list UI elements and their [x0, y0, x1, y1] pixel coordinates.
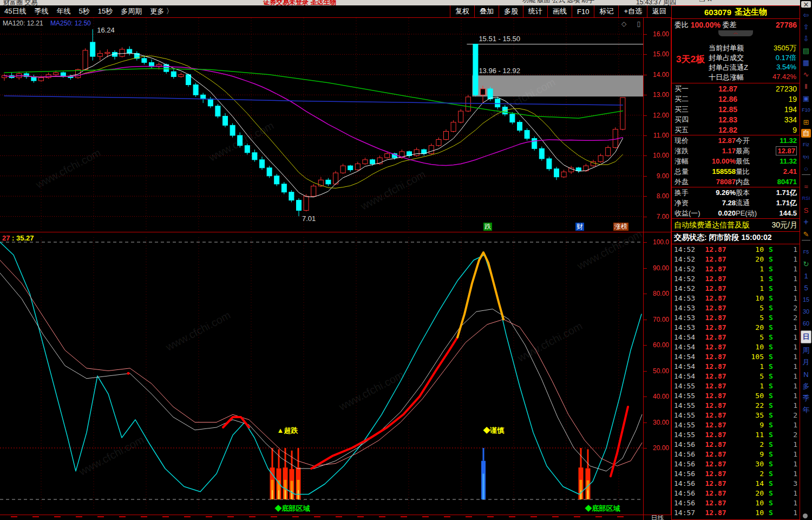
- tick-row: 14:5612.8710S1: [672, 498, 800, 508]
- f5-button[interactable]: F5: [800, 246, 812, 258]
- period-30min[interactable]: 30: [800, 306, 812, 317]
- price-axis: 16.0015.0014.0013.0012.0011.0010.009.008…: [643, 18, 671, 515]
- up-arrow-icon[interactable]: ⇧: [800, 21, 812, 32]
- tick-row: 14:5712.8710S1: [672, 508, 800, 517]
- market-status: 交易状态: 闭市阶段 15:00:02: [672, 232, 800, 244]
- market-status-text: 交易状态: 闭市阶段 15:00:02: [674, 233, 771, 243]
- money-icon[interactable]: S: [800, 204, 812, 216]
- menubar: 45日线季线年线5秒15秒多周期更多 〉 复权叠加多股统计画线F10标记+自选返…: [0, 5, 671, 18]
- period-multi[interactable]: 多: [800, 380, 812, 392]
- trend-line-icon[interactable]: ∿: [800, 68, 812, 80]
- period-item[interactable]: 多周期: [121, 6, 142, 16]
- subscription-ad[interactable]: 自动续费通达信普及版 30元/月: [672, 219, 800, 232]
- period-n[interactable]: N: [800, 368, 812, 380]
- period-item[interactable]: 15秒: [98, 6, 113, 16]
- tag-财[interactable]: 财: [575, 223, 584, 231]
- tick-row: 14:5612.879S1: [672, 449, 800, 459]
- limit-info-row: 当前封单额3505万: [709, 43, 796, 53]
- weicha-label: 委差: [723, 20, 737, 30]
- tick-row: 14:5212.8720S1: [672, 254, 800, 264]
- period-week[interactable]: 周: [800, 344, 812, 356]
- chart-toolbar-button[interactable]: 返回: [647, 5, 671, 17]
- period-item[interactable]: 年线: [56, 6, 70, 16]
- pages-icon[interactable]: ▣: [800, 92, 812, 104]
- tree-icon[interactable]: ⊞: [800, 116, 812, 128]
- main-axis-tick: 11.00: [653, 132, 669, 139]
- report-icon[interactable]: ▤: [800, 44, 812, 56]
- limit-info-row: 十日总涨幅47.42%: [709, 73, 796, 82]
- main-axis-tick: 9.00: [657, 172, 669, 180]
- main-axis-tick: 12.00: [653, 112, 669, 119]
- stat-row: 涨幅10.00%最低11.32: [672, 156, 800, 166]
- book-icon[interactable]: 自: [801, 129, 811, 138]
- period-item[interactable]: 更多 〉: [150, 6, 173, 16]
- chart-toolbar-button[interactable]: 叠加: [474, 5, 499, 17]
- period-year[interactable]: 年: [800, 404, 812, 416]
- tick-row: 14:5312.8720S1: [672, 322, 800, 332]
- pencil-icon[interactable]: ✎: [800, 228, 812, 240]
- chart-toolbar-button[interactable]: 标记: [594, 5, 618, 17]
- collapse-tab[interactable]: ︿: [718, 30, 753, 36]
- period-quarter[interactable]: 季: [800, 392, 812, 404]
- chart-toolbar-button[interactable]: 复权: [450, 5, 474, 17]
- circle-icon[interactable]: ○: [800, 162, 812, 174]
- tick-row: 14:5312.875S2: [672, 303, 800, 313]
- titlebar-app-menus[interactable]: 财富圈 交易: [3, 0, 37, 5]
- weibi-value: 100.00%: [691, 21, 721, 29]
- stock-name: 圣达生物: [735, 7, 767, 17]
- tick-row: 14:5212.871S1: [672, 274, 800, 283]
- period-item[interactable]: 季线: [34, 6, 48, 16]
- chart-toolbar-button[interactable]: 统计: [523, 5, 547, 17]
- tag-涨榜[interactable]: 涨榜: [613, 223, 628, 231]
- move-icon[interactable]: +: [800, 216, 812, 228]
- down-arrow-icon[interactable]: ⇩: [800, 32, 812, 44]
- formula-icon[interactable]: f(x): [800, 151, 812, 162]
- chart-toolbar-button[interactable]: +自选: [618, 5, 647, 17]
- sub-axis-tick: 60.00: [653, 341, 669, 349]
- tick-list[interactable]: 14:5212.8710S114:5212.8720S114:5212.871S…: [672, 244, 800, 517]
- main-axis-tick: 10.00: [653, 152, 669, 159]
- candlestick-chart[interactable]: 16.2415.51 - 15.5013.96 - 12.927.01: [0, 18, 643, 232]
- rsi-button[interactable]: RSI: [800, 192, 812, 204]
- main-axis-tick: 13.00: [653, 91, 669, 99]
- wave-icon[interactable]: ≈: [800, 180, 812, 192]
- bid-row: 买三12.85194: [672, 104, 800, 114]
- chart-toolbar-button[interactable]: 多股: [499, 5, 523, 17]
- chart-toolbar-button[interactable]: 画线: [547, 5, 572, 17]
- kline-icon[interactable]: ‖: [800, 80, 812, 92]
- ma250-label: MA250: 12.50: [50, 20, 91, 27]
- tick-row: 14:5212.8710S1: [672, 244, 800, 254]
- titlebar-clock: 15:43:37 周四: [636, 0, 676, 5]
- refresh-icon[interactable]: ↻: [800, 258, 812, 270]
- tick-row: 14:5612.8730S1: [672, 459, 800, 469]
- period-item[interactable]: 45日线: [4, 6, 26, 16]
- back-arrow-icon[interactable]: ⇦: [800, 9, 812, 21]
- toolbar-divider: [802, 240, 810, 246]
- f10-button[interactable]: F10: [800, 104, 812, 116]
- chart-toolbar-button[interactable]: F10: [572, 5, 594, 17]
- indicator-chart[interactable]: ▲超跌◆谨慎◆底部区域◆底部区域: [0, 232, 643, 515]
- period-month[interactable]: 月: [800, 356, 812, 368]
- fiz-button[interactable]: Fiz: [800, 139, 812, 151]
- stat-row: 总量158558量比2.41: [672, 166, 800, 177]
- period-1min[interactable]: 1: [800, 270, 812, 282]
- period-tab-daily[interactable]: 日线: [643, 515, 672, 520]
- period-bar: 45日线季线年线5秒15秒多周期更多 〉: [0, 6, 173, 16]
- tag-跌[interactable]: 跌: [483, 223, 492, 231]
- period-day[interactable]: 日: [801, 330, 811, 343]
- chart-corner-icons[interactable]: ◇ ▯: [621, 20, 645, 28]
- tick-row: 14:5512.871S1: [672, 381, 800, 391]
- svg-text:7.01: 7.01: [302, 214, 316, 223]
- sub-axis-tick: 90.00: [653, 264, 669, 272]
- close-icon[interactable]: ✕: [801, 1, 811, 8]
- tick-row: 14:5512.8711S2: [672, 430, 800, 439]
- scroll-dot[interactable]: [803, 514, 808, 518]
- period-60min[interactable]: 60: [800, 317, 812, 329]
- period-item[interactable]: 5秒: [78, 6, 89, 16]
- tick-row: 14:5512.8750S1: [672, 391, 800, 400]
- period-15min[interactable]: 15: [800, 294, 812, 306]
- tick-row: 14:5312.8710S1: [672, 293, 800, 303]
- bid-levels: 买一12.8727230买二12.8619买三12.85194买四12.8333…: [672, 83, 800, 135]
- period-5min[interactable]: 5: [800, 282, 812, 294]
- quote-table-icon[interactable]: ▦: [800, 56, 812, 68]
